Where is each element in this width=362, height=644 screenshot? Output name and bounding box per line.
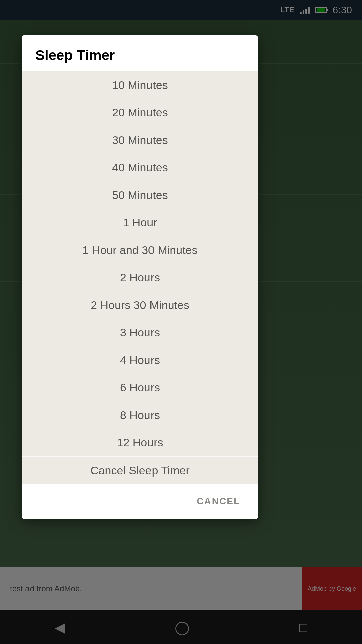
sleep-timer-option-cancel-timer[interactable]: Cancel Sleep Timer (22, 457, 258, 484)
sleep-timer-option-12hours[interactable]: 12 Hours (22, 429, 258, 457)
sleep-timer-option-4hours[interactable]: 4 Hours (22, 346, 258, 374)
sleep-timer-option-30min[interactable]: 30 Minutes (22, 126, 258, 154)
sleep-timer-list: 10 Minutes20 Minutes30 Minutes40 Minutes… (22, 71, 258, 484)
sleep-timer-option-50min[interactable]: 50 Minutes (22, 181, 258, 209)
dialog-actions: CANCEL (22, 484, 258, 519)
sleep-timer-option-8hours[interactable]: 8 Hours (22, 401, 258, 429)
sleep-timer-option-1hour30min[interactable]: 1 Hour and 30 Minutes (22, 236, 258, 264)
sleep-timer-option-6hours[interactable]: 6 Hours (22, 374, 258, 401)
sleep-timer-option-3hours[interactable]: 3 Hours (22, 319, 258, 346)
sleep-timer-option-40min[interactable]: 40 Minutes (22, 154, 258, 181)
sleep-timer-option-10min[interactable]: 10 Minutes (22, 71, 258, 99)
sleep-timer-option-2hours30min[interactable]: 2 Hours 30 Minutes (22, 291, 258, 319)
dialog-title: Sleep Timer (22, 35, 258, 71)
cancel-button[interactable]: CANCEL (189, 491, 248, 512)
sleep-timer-option-1hour[interactable]: 1 Hour (22, 209, 258, 236)
sleep-timer-dialog: Sleep Timer 10 Minutes20 Minutes30 Minut… (22, 35, 258, 519)
sleep-timer-option-2hours[interactable]: 2 Hours (22, 264, 258, 291)
sleep-timer-option-20min[interactable]: 20 Minutes (22, 99, 258, 126)
